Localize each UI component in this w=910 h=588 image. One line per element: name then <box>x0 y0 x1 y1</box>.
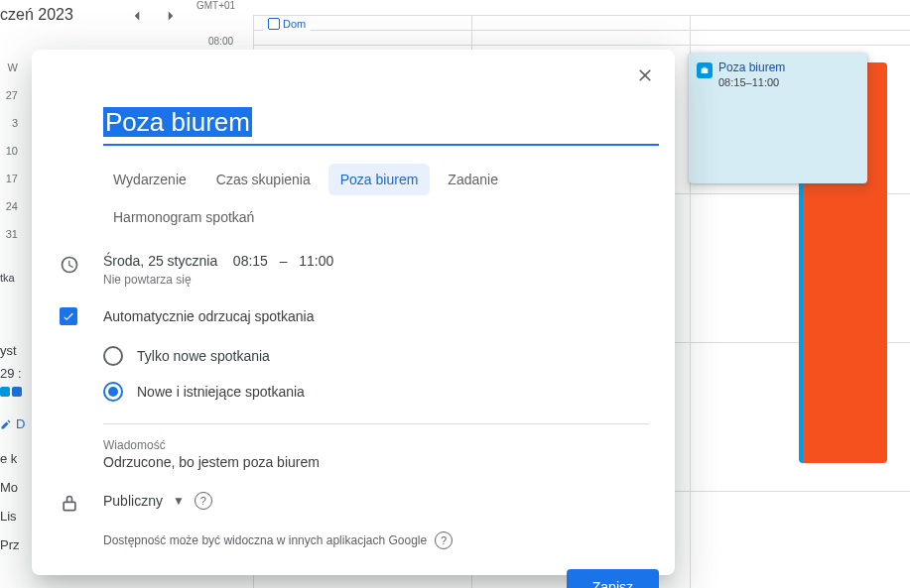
event-card-title: Poza biurem <box>718 60 785 74</box>
mini-day[interactable]: 24 <box>0 192 22 220</box>
event-card-time: 08:15–11:00 <box>718 76 785 88</box>
radio-new-and-existing[interactable]: Nowe i istniejące spotkania <box>103 374 659 410</box>
tab-event[interactable]: Wydarzenie <box>101 164 198 195</box>
event-preview-card[interactable]: Poza biurem 08:15–11:00 <box>689 53 867 183</box>
sidebar-edit-link[interactable]: D <box>0 416 25 431</box>
tab-schedule[interactable]: Harmonogram spotkań <box>101 201 266 233</box>
month-label: czeń 2023 <box>0 6 73 24</box>
sidebar-text: 29 : <box>0 366 25 381</box>
sidebar-text: Prz <box>0 537 25 552</box>
sidebar-text: e k <box>0 451 25 466</box>
mini-day[interactable]: 27 <box>0 81 22 109</box>
tab-focus[interactable]: Czas skupienia <box>204 164 323 195</box>
title-input[interactable]: Poza biurem <box>103 107 252 137</box>
message-text[interactable]: Odrzucone, bo jestem poza biurem <box>103 454 659 470</box>
recurrence-label[interactable]: Nie powtarza się <box>103 273 337 287</box>
event-create-dialog: Poza biurem Wydarzenie Czas skupienia Po… <box>32 50 675 575</box>
auto-decline-label: Automatycznie odrzucaj spotkania <box>103 308 314 324</box>
sidebar-text: Lis <box>0 509 25 524</box>
lock-icon <box>60 494 79 514</box>
week-header: W <box>0 54 22 81</box>
month-nav <box>125 4 183 28</box>
dom-chip[interactable]: Dom <box>262 17 312 31</box>
message-label: Wiadomość <box>103 438 659 452</box>
chevron-down-icon[interactable]: ▼ <box>173 494 185 508</box>
mini-day[interactable]: 31 <box>0 220 22 248</box>
radio-icon <box>103 382 123 402</box>
sidebar-text: Mo <box>0 480 25 495</box>
availability-note: Dostępność może być widoczna w innych ap… <box>103 533 427 547</box>
mini-day[interactable]: 3 <box>0 109 22 137</box>
next-month-icon[interactable] <box>159 4 183 28</box>
timezone-label: GMT+01 <box>196 0 235 11</box>
help-icon[interactable]: ? <box>435 531 453 549</box>
divider <box>103 423 649 424</box>
auto-decline-checkbox[interactable] <box>60 307 77 325</box>
radio-only-new[interactable]: Tylko nowe spotkania <box>103 338 659 374</box>
clock-icon <box>60 255 79 275</box>
decline-scope-radio-group: Tylko nowe spotkania Nowe i istniejące s… <box>103 338 659 410</box>
save-button[interactable]: Zapisz <box>567 569 659 588</box>
help-icon[interactable]: ? <box>195 492 212 510</box>
sidebar-text: yst <box>0 343 25 358</box>
tab-task[interactable]: Zadanie <box>436 164 510 195</box>
tab-out-of-office[interactable]: Poza biurem <box>328 164 431 195</box>
visibility-select[interactable]: Publiczny <box>103 493 163 509</box>
mini-week-col: W 27 3 10 17 24 31 <box>0 54 22 248</box>
sidebar-fragment: tka <box>0 268 28 288</box>
mini-day[interactable]: 17 <box>0 165 22 192</box>
title-input-wrapper[interactable]: Poza biurem <box>103 107 659 146</box>
date-time-line[interactable]: Środa, 25 stycznia 08:15 – 11:00 <box>103 253 337 269</box>
close-icon[interactable] <box>629 59 661 91</box>
event-type-tabs: Wydarzenie Czas skupienia Poza biurem Za… <box>101 164 659 233</box>
mini-day[interactable]: 10 <box>0 137 22 165</box>
briefcase-icon <box>697 62 713 78</box>
radio-icon <box>103 346 123 366</box>
prev-month-icon[interactable] <box>125 4 149 28</box>
time-axis-label: 08:00 <box>208 36 233 47</box>
